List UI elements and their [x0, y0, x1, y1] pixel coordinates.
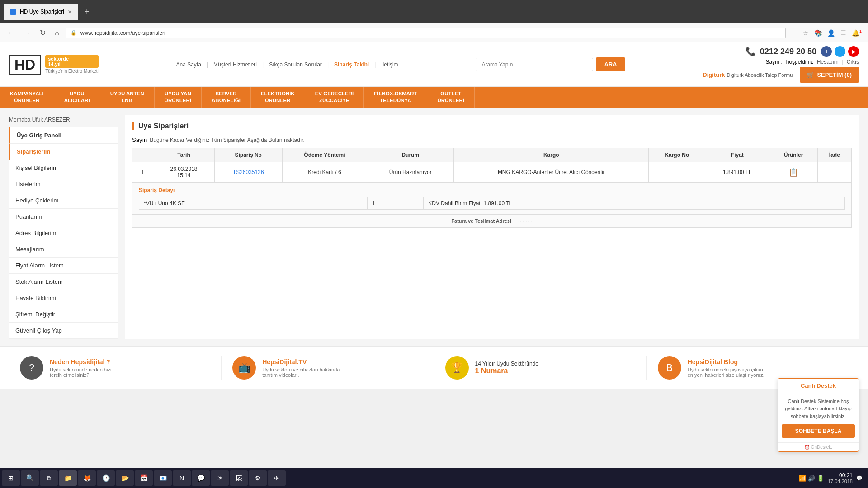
phone-icon: 📞	[745, 47, 755, 56]
nav-uydu-anten[interactable]: UYDU ANTENLNB	[100, 87, 155, 108]
order-link[interactable]: TS26035126	[233, 169, 264, 175]
sidebar-item-siparislerim[interactable]: Siparişlerim	[9, 144, 118, 160]
clock-taskbar-button[interactable]: 🕐	[97, 470, 115, 486]
sidebar-item-cikis[interactable]: Güvenli Çıkış Yap	[9, 323, 118, 339]
whatsapp-taskbar-button[interactable]: 💬	[192, 470, 210, 486]
browser-tab[interactable]: HD Üye Siparişleri ✕	[4, 4, 78, 20]
telegram-taskbar-button[interactable]: ✈	[268, 470, 286, 486]
start-button[interactable]: ⊞	[2, 470, 20, 486]
sidebar-panel-header[interactable]: Üye Giriş Paneli	[9, 127, 118, 144]
back-button[interactable]: ←	[5, 27, 17, 39]
chat-body: Canlı Destek Sistemine hoş geldiniz. Alt…	[778, 393, 859, 425]
order-iade	[817, 162, 851, 183]
order-odeme: Kredi Kartı / 6	[282, 162, 367, 183]
order-urunler[interactable]: 📋	[769, 162, 817, 183]
nav-filbox[interactable]: FİLBOX-DSMARTTELEDÜNYA	[364, 87, 427, 108]
sidebar-item-adres[interactable]: Adres Bilgilerim	[9, 225, 118, 241]
nav-outlet[interactable]: OUTLETÜRÜNLERİ	[427, 87, 474, 108]
refresh-button[interactable]: ↻	[37, 27, 48, 39]
sidebar-item-fiyat-alarm[interactable]: Fiyat Alarm Listem	[9, 258, 118, 274]
col-fiyat: Fiyat	[705, 148, 769, 162]
store-taskbar-button[interactable]: 🛍	[211, 470, 229, 486]
sidebar-item-hediye[interactable]: Hediye Çeklerim	[9, 192, 118, 209]
address-bar[interactable]: 🔒 www.hepsidijital.com/uye-siparisleri	[66, 28, 786, 38]
detail-product-name: *VU+ Uno 4K SE	[139, 197, 368, 210]
folder-taskbar-button[interactable]: 📂	[116, 470, 134, 486]
nav-link-anasayfa[interactable]: Ana Sayfa	[176, 61, 201, 68]
header-nav-links: Ana Sayfa | Müşteri Hizmetleri | Sıkça S…	[176, 61, 398, 68]
sidebar-item-puanlarim[interactable]: Puanlarım	[9, 209, 118, 225]
nav-link-iletisim[interactable]: İletişim	[381, 61, 398, 68]
nav-uydu-alicilari[interactable]: UYDUALICILARI	[54, 87, 100, 108]
tab-close-button[interactable]: ✕	[68, 9, 72, 15]
new-tab-button[interactable]: +	[81, 5, 93, 19]
nav-link-siparis[interactable]: Sipariş Takibi	[334, 61, 369, 68]
col-urunler: Ürünler	[769, 148, 817, 162]
home-button[interactable]: ⌂	[52, 27, 62, 39]
orders-description: Bugüne Kadar Verdiğiniz Tüm Siparişler A…	[150, 137, 305, 143]
sidebar-item-sifre[interactable]: Şifremi Değiştir	[9, 306, 118, 323]
taskbar: ⊞ 🔍 ⧉ 📁 🦊 🕐 📂 📅 📧 N 💬 🛍 🖼 ⚙ ✈ 📶 🔊 🔋 00:2…	[0, 468, 868, 488]
clock[interactable]: 00:21 17.04.2018	[828, 472, 853, 484]
youtube-icon[interactable]: ▶	[848, 46, 859, 57]
cart-button[interactable]: 🛒 SEPETİM (0)	[800, 67, 859, 83]
sidebar-item-kisisel[interactable]: Kişisel Bilgilerim	[9, 160, 118, 176]
notifications-button[interactable]: 🔔1	[850, 27, 863, 38]
search-taskbar-button[interactable]: 🔍	[21, 470, 39, 486]
tab-title: HD Üye Siparişleri	[20, 9, 64, 15]
extensions-button[interactable]: ⋯	[789, 28, 799, 38]
digiturk-link[interactable]: Digiturk Digiturk Abonelik Talep Formu	[703, 71, 793, 78]
hesabim-link[interactable]: Hesabım	[817, 59, 839, 65]
browser-taskbar-button[interactable]: 🦊	[78, 470, 96, 486]
lock-icon: 🔒	[71, 30, 77, 36]
nav-link-musteri[interactable]: Müşteri Hizmetleri	[213, 61, 257, 68]
logo-sektorde-badge: sektörde 14.yıl	[45, 55, 99, 68]
task-view-button[interactable]: ⧉	[40, 470, 58, 486]
calendar-taskbar-button[interactable]: 📅	[135, 470, 153, 486]
logo-area: HD sektörde 14.yıl Türkiye'nin Elektro M…	[9, 55, 99, 75]
sidebar-item-listelerim[interactable]: Listelerim	[9, 176, 118, 192]
profile-button[interactable]: 👤	[826, 28, 837, 38]
nav-kampanyali[interactable]: KAMPANYALIÜRÜNLER	[0, 87, 54, 108]
forward-button[interactable]: →	[21, 27, 33, 39]
nav-ev-gerecleri[interactable]: EV GEREÇLERİZÜCCACİYE	[305, 87, 364, 108]
header-right: 📞 0212 249 20 50 f t ▶ Sayın : hoşgeldin…	[703, 46, 859, 83]
sidebar-item-stok-alarm[interactable]: Stok Alarm Listem	[9, 274, 118, 290]
order-date: 26.03.201815:14	[153, 162, 214, 183]
chat-start-button[interactable]: SOHBETE BAŞLA	[782, 424, 855, 438]
footer-tv-desc: Uydu sektörü ve cihazları hakkındatanıtı…	[262, 367, 340, 378]
netflix-taskbar-button[interactable]: N	[173, 470, 191, 486]
sidebar-item-mesajlarim[interactable]: Mesajlarım	[9, 241, 118, 258]
sidebar-item-havale[interactable]: Havale Bildirimi	[9, 290, 118, 306]
footer-neden-title: Neden Hepsidijital ?	[50, 358, 111, 366]
product-icon: 📋	[788, 168, 798, 177]
address-dots: · · · · · ·	[517, 218, 533, 224]
settings-taskbar-button[interactable]: ⚙	[249, 470, 267, 486]
detail-price-label: KDV Dahil Birim Fiyat:	[428, 200, 482, 206]
file-manager-button[interactable]: 📁	[59, 470, 77, 486]
detail-product-row: *VU+ Uno 4K SE 1 KDV Dahil Birim Fiyat: …	[139, 197, 845, 210]
facebook-icon[interactable]: f	[821, 46, 832, 57]
search-input[interactable]	[476, 58, 593, 71]
nav-elektronik[interactable]: ELEKTRONİKÜRÜNLER	[251, 87, 305, 108]
bookmark-button[interactable]: ☆	[801, 28, 811, 38]
footer-tv: 📺 HepsiDijital.TV Uydu sektörü ve cihazl…	[222, 356, 434, 380]
nav-server[interactable]: SERVERABONELİĞİ	[202, 87, 251, 108]
system-tray: 📶 🔊 🔋	[799, 475, 824, 482]
settings-button[interactable]: ☰	[839, 28, 848, 38]
footer-blog-text: HepsiDijital Blog Uydu sektöründeki piya…	[688, 358, 764, 378]
browser-navigation: ← → ↻ ⌂ 🔒 www.hepsidijital.com/uye-sipar…	[0, 23, 868, 42]
cikis-link[interactable]: Çıkış	[847, 59, 859, 65]
col-num	[132, 148, 153, 162]
site-header: HD sektörde 14.yıl Türkiye'nin Elektro M…	[0, 42, 868, 87]
twitter-icon[interactable]: t	[835, 46, 845, 57]
mail-taskbar-button[interactable]: 📧	[154, 470, 172, 486]
sidebar-button[interactable]: 📚	[812, 28, 824, 38]
footer-blog-desc: Uydu sektöründeki piyasaya çıkanen yeni …	[688, 367, 764, 378]
footer-numara: 🏆 14 Yıldır Uydu Sektöründe 1 Numara	[434, 356, 647, 380]
nav-link-sikca[interactable]: Sıkça Sorulan Sorular	[269, 61, 322, 68]
col-durum: Durum	[367, 148, 454, 162]
nav-uydu-yan[interactable]: UYDU YANÜRÜNLERİ	[155, 87, 202, 108]
search-button[interactable]: ARA	[596, 57, 625, 71]
photo-taskbar-button[interactable]: 🖼	[230, 470, 248, 486]
